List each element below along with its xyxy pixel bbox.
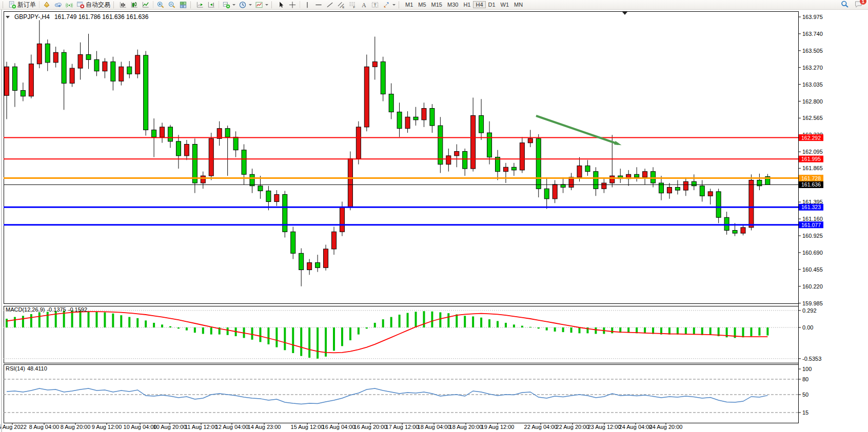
candle (127, 67, 132, 74)
candle (463, 152, 467, 169)
candle (381, 62, 385, 94)
macd-tick: -0.5353 (802, 356, 821, 362)
chart-symbol-period: GBPJPY-,H4 (14, 13, 50, 20)
candle (62, 52, 66, 83)
dropdown-arrow-icon[interactable] (392, 4, 396, 7)
candle (446, 156, 451, 164)
candle (397, 112, 402, 129)
chart-canvas[interactable]: 163.975163.740163.505163.270163.035162.8… (0, 10, 868, 432)
candle (217, 129, 222, 139)
new-order-label: 新订单 (17, 1, 36, 9)
candle (160, 127, 165, 137)
dropdown-arrow-icon[interactable] (249, 4, 252, 7)
candle (274, 195, 279, 202)
candle (29, 64, 33, 96)
text-label-button[interactable]: T (369, 1, 381, 9)
dropdown-arrow-icon[interactable] (265, 4, 268, 7)
macd-tick: 0.292 (802, 307, 817, 314)
price-tick: 163.505 (802, 48, 823, 54)
new-chart-button[interactable] (221, 1, 237, 9)
candle (430, 109, 435, 126)
bars-chart-button[interactable] (117, 1, 129, 9)
candle (78, 55, 83, 69)
toolbar: 新订单自动交易EFATM1M5M15M30H1H4D1W1MN1 (0, 0, 868, 10)
candle (757, 180, 762, 186)
candle (86, 55, 91, 60)
candle (667, 188, 672, 193)
chat-button[interactable]: 1 (854, 0, 863, 9)
zoom-in-button[interactable] (155, 1, 166, 9)
timeframe-m1-button[interactable]: M1 (403, 1, 416, 8)
price-line-label: 161.323 (801, 204, 821, 210)
zoom-out-button[interactable] (166, 1, 177, 9)
autotrading-button[interactable]: 自动交易 (75, 1, 112, 9)
candle (520, 143, 524, 170)
candle (144, 55, 148, 130)
timeframe-m15-button[interactable]: M15 (429, 1, 445, 8)
mql-market-button[interactable] (41, 1, 52, 9)
new-order-button[interactable]: 新订单 (7, 1, 37, 9)
candle (291, 232, 295, 253)
timeframe-d1-button[interactable]: D1 (486, 1, 498, 8)
auto-scroll-button[interactable] (194, 1, 206, 9)
cloud-button[interactable] (52, 1, 64, 9)
timeframe-m5-button[interactable]: M5 (416, 1, 428, 8)
zoom-in-icon (156, 1, 165, 9)
text-button[interactable]: A (358, 1, 369, 9)
fibonacci-button[interactable]: F (347, 1, 358, 9)
candle (651, 172, 656, 183)
line-chart-button[interactable] (140, 1, 151, 9)
time-tick: 16 Aug 04:00 (322, 424, 356, 430)
price-line-label: 161.077 (801, 222, 821, 228)
candle (708, 192, 713, 196)
timeframe-w1-button[interactable]: W1 (498, 1, 512, 8)
timeframe-h1-button[interactable]: H1 (461, 1, 473, 8)
candle (37, 44, 42, 64)
candle (184, 145, 189, 156)
line-chart-icon (142, 1, 150, 9)
tile-windows-button[interactable] (177, 1, 189, 9)
autotrading-label: 自动交易 (86, 1, 110, 9)
timeframe-h4-button[interactable]: H4 (473, 1, 485, 8)
svg-text:A: A (362, 2, 366, 8)
hline-button[interactable] (313, 1, 324, 9)
candle (340, 208, 344, 232)
cursor-button[interactable] (275, 1, 287, 9)
channel-button[interactable]: E (336, 1, 347, 9)
arrows-button[interactable] (381, 1, 397, 9)
signals-button[interactable] (64, 1, 75, 9)
time-tick: 8 Aug 20:00 (61, 424, 91, 430)
profiles-icon (239, 1, 247, 9)
time-axis: 5 Aug 20228 Aug 04:008 Aug 20:009 Aug 12… (0, 423, 682, 430)
candle (45, 44, 50, 63)
dropdown-arrow-icon[interactable] (232, 4, 235, 7)
price-tick: 162.565 (802, 115, 823, 121)
svg-text:E: E (342, 5, 344, 8)
candle (356, 127, 361, 159)
chart-ohlc-values: 161.749 161.786 161.636 161.636 (54, 13, 149, 20)
trendline-button[interactable] (324, 1, 336, 9)
candle (610, 176, 615, 183)
time-tick: 24 Aug 04:00 (619, 424, 653, 430)
vline-button[interactable] (302, 1, 313, 9)
autotrading-icon (76, 1, 85, 9)
time-tick: 23 Aug 12:00 (588, 424, 621, 430)
timeframe-m30-button[interactable]: M30 (445, 1, 461, 8)
chart-dropdown-icon[interactable] (6, 16, 10, 18)
chart-shift-button[interactable] (206, 1, 217, 9)
timeframe-mn-button[interactable]: MN (511, 1, 525, 8)
macd-indicator-label: MACD(12,26,9)-0.1375-0.1592 (6, 306, 89, 313)
candle (733, 231, 737, 234)
auto-scroll-icon (196, 1, 204, 9)
candle (405, 117, 410, 128)
indicators-button[interactable] (253, 1, 270, 9)
profiles-button[interactable] (237, 1, 253, 9)
zoom-out-icon (168, 1, 176, 9)
time-tick: 15 Aug 12:00 (291, 424, 324, 430)
crosshair-button[interactable] (287, 1, 298, 9)
candle (299, 253, 304, 270)
time-tick: 16 Aug 20:00 (354, 424, 387, 430)
candles-chart-button[interactable] (129, 1, 140, 9)
price-tick: 162.095 (802, 149, 823, 155)
search-button[interactable] (840, 0, 849, 9)
